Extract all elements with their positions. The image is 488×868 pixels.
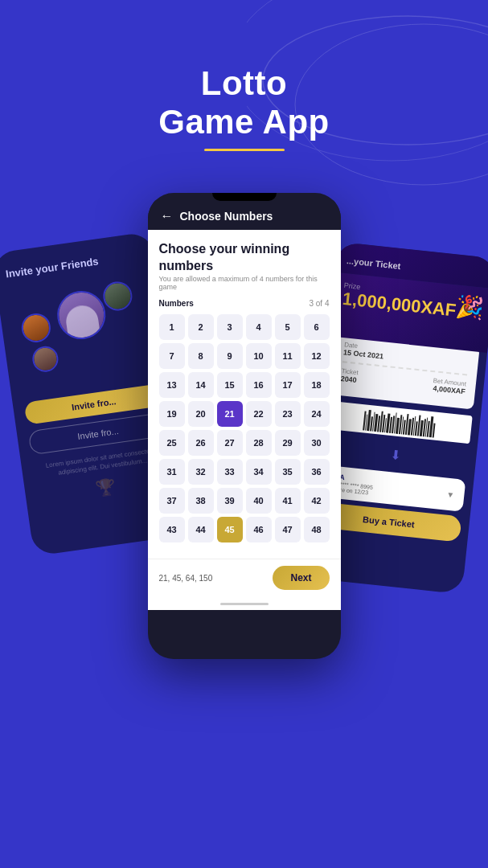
number-cell-29[interactable]: 29 (275, 430, 301, 456)
next-button[interactable]: Next (273, 566, 329, 590)
number-cell-28[interactable]: 28 (246, 430, 272, 456)
number-cell-15[interactable]: 15 (217, 372, 243, 398)
number-cell-13[interactable]: 13 (159, 372, 185, 398)
phone-notch (212, 193, 277, 201)
choose-subtitle-line1: Choose your winning (159, 241, 330, 256)
number-cell-26[interactable]: 26 (188, 430, 214, 456)
choose-header-title: Choose Numbers (180, 210, 273, 223)
choose-body: Choose your winning numbers You are allo… (148, 230, 341, 559)
number-cell-30[interactable]: 30 (304, 430, 330, 456)
phones-container: Invite your Friends Invite fro... (0, 209, 488, 868)
number-cell-27[interactable]: 27 (217, 430, 243, 456)
number-cell-18[interactable]: 18 (304, 372, 330, 398)
visa-chevron-icon: ▼ (446, 489, 455, 499)
number-cell-25[interactable]: 25 (159, 430, 185, 456)
number-cell-10[interactable]: 10 (246, 343, 272, 369)
number-grid: 1234567891011121314151617181920212223242… (159, 314, 330, 542)
home-bar-line (220, 603, 269, 605)
choose-footer: 21, 45, 64, 150 Next (148, 559, 341, 598)
numbers-count: 3 of 4 (309, 299, 329, 308)
number-cell-22[interactable]: 22 (246, 401, 272, 427)
number-cell-5[interactable]: 5 (275, 314, 301, 340)
avatar-sm1 (20, 312, 53, 345)
number-cell-21[interactable]: 21 (217, 401, 243, 427)
number-cell-32[interactable]: 32 (188, 459, 214, 485)
number-cell-42[interactable]: 42 (304, 488, 330, 514)
selected-numbers-display: 21, 45, 64, 150 (159, 574, 213, 583)
number-cell-4[interactable]: 4 (246, 314, 272, 340)
numbers-header: Numbers 3 of 4 (159, 299, 330, 308)
home-bar (148, 598, 341, 610)
choose-description: You are allowed a maximum of 4 numbers f… (159, 275, 330, 291)
number-cell-36[interactable]: 36 (304, 459, 330, 485)
number-cell-6[interactable]: 6 (304, 314, 330, 340)
download-icon[interactable]: ⬇ (320, 440, 472, 471)
number-cell-41[interactable]: 41 (275, 488, 301, 514)
ticket-num-value: 2040 (340, 375, 358, 384)
number-cell-43[interactable]: 43 (159, 517, 185, 542)
number-cell-39[interactable]: 39 (217, 488, 243, 514)
number-cell-19[interactable]: 19 (159, 401, 185, 427)
numbers-label: Numbers (159, 299, 194, 308)
number-cell-20[interactable]: 20 (188, 401, 214, 427)
number-cell-45[interactable]: 45 (217, 517, 243, 542)
number-cell-8[interactable]: 8 (188, 343, 214, 369)
number-cell-14[interactable]: 14 (188, 372, 214, 398)
avatar-sm2 (101, 280, 134, 313)
number-cell-37[interactable]: 37 (159, 488, 185, 514)
choose-subtitle-line2: numbers (159, 258, 330, 273)
invite-title: Invite your Friends (5, 249, 143, 280)
confetti-icon: 🎉 (454, 293, 485, 322)
number-cell-46[interactable]: 46 (246, 517, 272, 542)
number-cell-23[interactable]: 23 (275, 401, 301, 427)
number-cell-38[interactable]: 38 (188, 488, 214, 514)
number-cell-31[interactable]: 31 (159, 459, 185, 485)
number-cell-48[interactable]: 48 (304, 517, 330, 542)
app-header: Lotto Game App (0, 64, 488, 151)
avatar-cluster (8, 273, 158, 388)
number-cell-16[interactable]: 16 (246, 372, 272, 398)
number-cell-3[interactable]: 3 (217, 314, 243, 340)
number-cell-9[interactable]: 9 (217, 343, 243, 369)
avatar-sm3 (31, 345, 59, 374)
number-cell-12[interactable]: 12 (304, 343, 330, 369)
number-cell-44[interactable]: 44 (188, 517, 214, 542)
number-cell-17[interactable]: 17 (275, 372, 301, 398)
number-cell-1[interactable]: 1 (159, 314, 185, 340)
number-cell-11[interactable]: 11 (275, 343, 301, 369)
avatar-main (54, 288, 109, 342)
number-cell-7[interactable]: 7 (159, 343, 185, 369)
back-arrow-icon[interactable]: ← (161, 209, 174, 223)
number-cell-2[interactable]: 2 (188, 314, 214, 340)
app-title-line1: Lotto (0, 64, 488, 103)
phone-choose-numbers: ← Choose Numbers Choose your winning num… (148, 193, 341, 659)
number-cell-40[interactable]: 40 (246, 488, 272, 514)
choose-header: ← Choose Numbers (148, 201, 341, 230)
title-underline (204, 149, 285, 151)
number-cell-34[interactable]: 34 (246, 459, 272, 485)
number-cell-24[interactable]: 24 (304, 401, 330, 427)
number-cell-35[interactable]: 35 (275, 459, 301, 485)
app-title-line2: Game App (0, 103, 488, 141)
number-cell-33[interactable]: 33 (217, 459, 243, 485)
number-cell-47[interactable]: 47 (275, 517, 301, 542)
